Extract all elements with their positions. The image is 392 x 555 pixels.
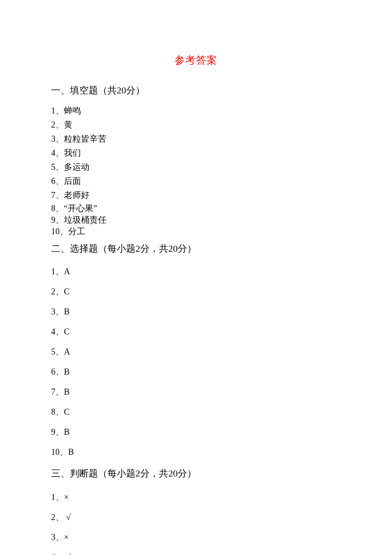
s3-item-4: 4、 √ [51,551,341,555]
s3-item-3: 3、× [51,531,341,544]
s3-item-2: 2、 √ [51,511,341,524]
section-1-heading: 一、填空题（共20分） [51,83,341,97]
s2-item-2: 2、C [51,285,341,298]
s2-item-9: 9、B [51,425,341,439]
s1-item-6: 6、后面 [51,174,341,188]
s1-item-8: 8、“开心果” [51,203,341,214]
s2-item-7: 7、B [51,385,341,398]
section-3-heading: 三、判断题（每小题2分，共20分） [51,466,341,480]
s1-item-5: 5、多运动 [51,160,341,174]
s2-item-8: 8、C [51,405,341,418]
s1-item-7: 7、老师好 [51,189,341,202]
s2-item-10: 10、B [51,445,341,459]
s2-item-6: 6、B [51,365,341,378]
s1-item-9: 9、垃圾桶责任 [51,214,341,226]
s1-item-2: 2、黄 [51,118,341,131]
section-2-heading: 二、选择题（每小题2分，共20分） [51,241,341,256]
s2-item-4: 4、C [51,325,341,338]
s1-item-3: 3、粒粒皆辛苦 [51,132,341,145]
page-container: 参考答案 一、填空题（共20分） 1、蝉鸣 2、黄 3、粒粒皆辛苦 4、我们 5… [0,0,392,555]
s3-item-1: 1、× [51,491,341,504]
s1-item-10: 10、分工 [51,226,341,237]
s2-item-3: 3、B [51,305,341,318]
document-title: 参考答案 [51,53,341,67]
s1-item-4: 4、我们 [51,146,341,160]
s1-item-1: 1、蝉鸣 [51,104,341,117]
s2-item-5: 5、A [51,345,341,358]
s2-item-1: 1、A [51,265,341,278]
